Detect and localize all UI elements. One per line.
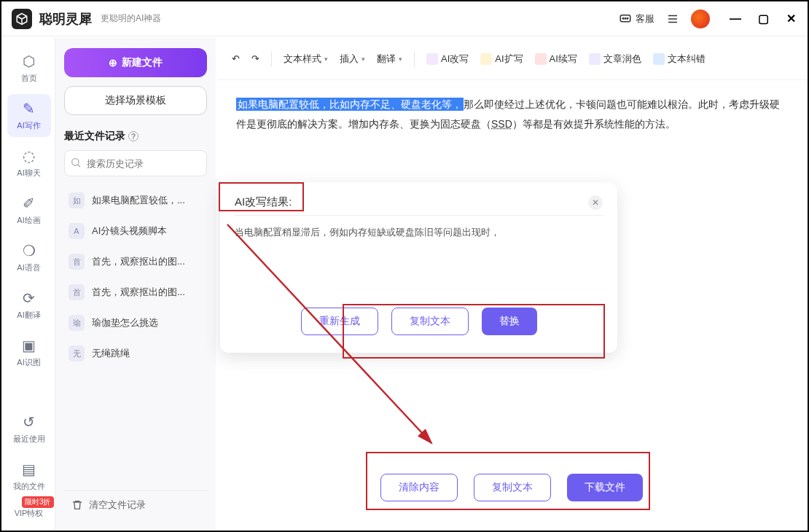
rail-ai-voice[interactable]: ❍AI语音 xyxy=(7,236,51,279)
rail-myfiles[interactable]: ▤我的文件 xyxy=(7,455,51,498)
translate-dropdown[interactable]: 翻译▾ xyxy=(377,52,402,66)
rail-vip[interactable]: VIP特权 xyxy=(7,502,51,525)
support-button[interactable]: 客服 xyxy=(619,12,654,26)
svg-line-8 xyxy=(78,165,80,167)
underlined-term: SSD xyxy=(491,118,512,130)
popup-close-button[interactable]: ✕ xyxy=(588,195,603,210)
editor-content[interactable]: 如果电脑配置较低，比如内存不足、硬盘老化等，那么即使经过上述优化，卡顿问题也可能… xyxy=(217,80,806,148)
svg-point-2 xyxy=(625,17,626,19)
selected-text: 如果电脑配置较低，比如内存不足、硬盘老化等， xyxy=(236,98,464,111)
polish-button[interactable]: 文章润色 xyxy=(589,52,641,66)
clock-icon: ↺ xyxy=(23,413,35,431)
redo-button[interactable]: ↷ xyxy=(251,53,259,64)
feather-icon xyxy=(426,53,438,65)
copy-text-button[interactable]: 复制文本 xyxy=(474,474,551,501)
chat-icon: ◌ xyxy=(23,147,35,165)
chevron-down-icon: ▾ xyxy=(399,55,402,63)
insert-dropdown[interactable]: 插入▾ xyxy=(340,52,365,66)
svg-point-1 xyxy=(622,17,624,19)
chevron-down-icon: ▾ xyxy=(324,55,328,63)
history-item[interactable]: AAI分镜头视频脚本 xyxy=(64,216,207,246)
rail-ai-image[interactable]: ▣AI识图 xyxy=(7,331,51,374)
rewrite-result-popup: AI改写结果: ✕ 当电脑配置稍显滞后，例如内存短缺或硬盘陈旧等问题出现时， 重… xyxy=(220,182,617,353)
rail-ai-write[interactable]: ✎AI写作 xyxy=(7,94,51,137)
avatar[interactable] xyxy=(691,9,710,28)
undo-button[interactable]: ↶ xyxy=(232,53,240,64)
trash-icon xyxy=(71,499,83,511)
write-icon xyxy=(535,53,547,65)
rail-ai-draw[interactable]: ✐AI绘画 xyxy=(7,189,51,232)
translate-icon: ⟳ xyxy=(23,289,35,307)
voice-icon: ❍ xyxy=(23,242,36,259)
history-item[interactable]: 首首先，观察抠出的图... xyxy=(64,277,207,308)
rail-recent[interactable]: ↺最近使用 xyxy=(7,407,51,450)
search-icon xyxy=(70,157,82,171)
footer-actions: 清除内容 复制文本 下载文件 xyxy=(380,474,643,501)
minimize-button[interactable]: — xyxy=(729,12,742,26)
rail-home[interactable]: ⬡首页 xyxy=(7,47,51,90)
new-file-button[interactable]: ⊕新建文件 xyxy=(64,48,207,77)
file-panel: ⊕新建文件 选择场景模板 最近文件记录? 如如果电脑配置较低，... AAI分镜… xyxy=(55,38,216,529)
image-icon: ▣ xyxy=(22,337,36,354)
rail-ai-translate[interactable]: ⟳AI翻译 xyxy=(7,283,51,326)
svg-point-7 xyxy=(72,159,79,165)
ai-expand-button[interactable]: AI扩写 xyxy=(480,52,523,66)
editor-toolbar: ↶ ↷ 文本样式▾ 插入▾ 翻译▾ AI改写 AI扩写 AI续写 文章润色 文本… xyxy=(217,38,806,80)
choose-template-button[interactable]: 选择场景模板 xyxy=(64,86,207,115)
check-icon xyxy=(653,53,665,65)
copy-text-button[interactable]: 复制文本 xyxy=(391,308,469,335)
popup-title: AI改写结果: ✕ xyxy=(235,195,603,216)
brush-icon: ✐ xyxy=(23,195,35,212)
help-icon[interactable]: ? xyxy=(128,131,138,141)
title-bar: 聪明灵犀 更聪明的AI神器 客服 — ▢ ✕ xyxy=(1,1,808,36)
replace-button[interactable]: 替换 xyxy=(482,308,537,335)
ai-continue-button[interactable]: AI续写 xyxy=(535,52,577,66)
chevron-down-icon: ▾ xyxy=(361,55,365,63)
maximize-button[interactable]: ▢ xyxy=(757,12,770,26)
support-label: 客服 xyxy=(636,12,654,26)
app-logo-icon xyxy=(12,9,32,29)
hexagon-icon: ⬡ xyxy=(23,52,35,70)
menu-icon[interactable] xyxy=(666,12,679,26)
history-item[interactable]: 瑜瑜伽垫怎么挑选 xyxy=(64,308,207,338)
history-item[interactable]: 首首先，观察抠出的图... xyxy=(64,246,207,277)
correct-button[interactable]: 文本纠错 xyxy=(653,52,706,66)
svg-point-3 xyxy=(627,17,628,19)
app-title: 聪明灵犀 xyxy=(39,10,92,28)
rail-ai-chat[interactable]: ◌AI聊天 xyxy=(7,141,51,184)
history-item[interactable]: 无无绳跳绳 xyxy=(64,338,207,369)
history-search-input[interactable] xyxy=(64,150,207,176)
spark-icon xyxy=(480,53,492,65)
app-subtitle: 更聪明的AI神器 xyxy=(101,12,161,25)
pen-icon: ✎ xyxy=(23,100,35,117)
clear-content-button[interactable]: 清除内容 xyxy=(380,474,458,501)
history-item[interactable]: 如如果电脑配置较低，... xyxy=(64,185,207,216)
popup-body: 当电脑配置稍显滞后，例如内存短缺或硬盘陈旧等问题出现时， xyxy=(235,226,603,299)
file-icon: ▤ xyxy=(22,461,36,478)
recent-files-header: 最近文件记录? xyxy=(64,130,207,143)
text-style-dropdown[interactable]: 文本样式▾ xyxy=(284,52,328,66)
plus-icon: ⊕ xyxy=(109,57,117,69)
ai-rewrite-button[interactable]: AI改写 xyxy=(426,52,469,66)
nav-rail: ⬡首页 ✎AI写作 ◌AI聊天 ✐AI绘画 ❍AI语音 ⟳AI翻译 ▣AI识图 … xyxy=(3,38,55,529)
clear-history-button[interactable]: 清空文件记录 xyxy=(64,490,207,519)
regenerate-button[interactable]: 重新生成 xyxy=(301,308,378,335)
download-file-button[interactable]: 下载文件 xyxy=(567,474,643,501)
close-button[interactable]: ✕ xyxy=(784,12,797,26)
palette-icon xyxy=(589,53,601,65)
